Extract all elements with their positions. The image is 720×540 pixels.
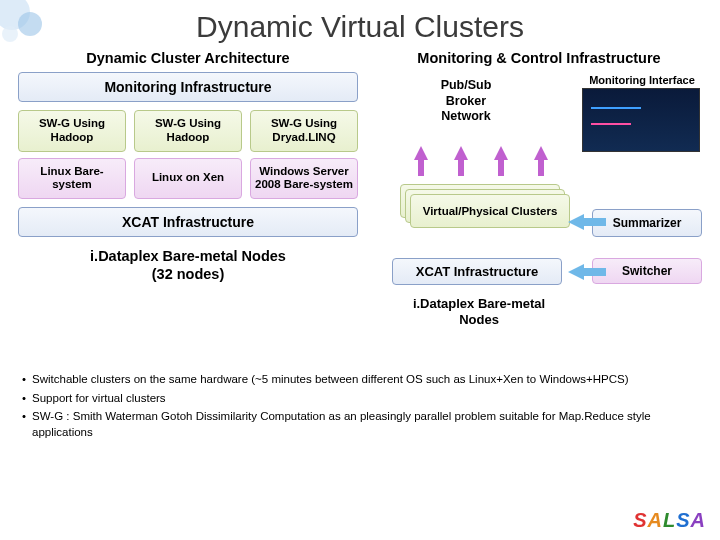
bullet-icon: • xyxy=(22,372,26,388)
monitoring-infrastructure-box: Monitoring Infrastructure xyxy=(18,72,358,102)
monitoring-interface: Monitoring Interface xyxy=(582,74,702,152)
pubsub-l1: Pub/Sub xyxy=(416,78,516,94)
pubsub-label: Pub/Sub Broker Network xyxy=(416,78,516,125)
corner-decoration xyxy=(0,0,60,60)
clusters-label: Virtual/Physical Clusters xyxy=(410,194,570,228)
bare-left-line2: (32 nodes) xyxy=(18,265,358,283)
os-box-1: Linux on Xen xyxy=(134,158,242,200)
arrow-up-icon xyxy=(414,146,428,160)
arrow-up-icon xyxy=(454,146,468,160)
arrow-up-icon xyxy=(534,146,548,160)
summarizer-box: Summarizer xyxy=(592,209,702,237)
clusters-stack: Virtual/Physical Clusters xyxy=(400,184,560,226)
left-heading: Dynamic Cluster Architecture xyxy=(18,50,358,66)
bare-metal-right: i.Dataplex Bare-metal Nodes xyxy=(404,296,554,329)
right-column: Monitoring & Control Infrastructure Pub/… xyxy=(376,48,702,364)
xcat-right-box: XCAT Infrastructure xyxy=(392,258,562,285)
bullet-icon: • xyxy=(22,391,26,407)
bullet-2: SW-G : Smith Waterman Gotoh Dissimilarit… xyxy=(32,409,698,440)
swg-box-0: SW-G Using Hadoop xyxy=(18,110,126,152)
svg-point-1 xyxy=(18,12,42,36)
svg-point-2 xyxy=(2,26,18,42)
logo-char-4: A xyxy=(691,509,706,531)
xcat-left-box: XCAT Infrastructure xyxy=(18,207,358,237)
salsa-logo: SALSA xyxy=(633,509,706,532)
bullet-list: •Switchable clusters on the same hardwar… xyxy=(0,364,720,440)
pubsub-l2: Broker xyxy=(416,94,516,110)
left-column: Dynamic Cluster Architecture Monitoring … xyxy=(18,48,358,364)
monitoring-interface-label: Monitoring Interface xyxy=(582,74,702,86)
logo-char-3: S xyxy=(676,509,690,531)
swg-box-2: SW-G Using Dryad.LINQ xyxy=(250,110,358,152)
right-heading: Monitoring & Control Infrastructure xyxy=(376,50,702,66)
bullet-1: Support for virtual clusters xyxy=(32,391,166,407)
monitoring-screenshot xyxy=(582,88,700,152)
logo-char-1: A xyxy=(648,509,663,531)
bullet-0: Switchable clusters on the same hardware… xyxy=(32,372,629,388)
pubsub-l3: Network xyxy=(416,109,516,125)
arrow-left-icon xyxy=(568,264,584,280)
bullet-icon: • xyxy=(22,409,26,440)
swg-box-1: SW-G Using Hadoop xyxy=(134,110,242,152)
switcher-box: Switcher xyxy=(592,258,702,284)
logo-char-0: S xyxy=(633,509,647,531)
arrow-up-icon xyxy=(494,146,508,160)
bare-left-line1: i.Dataplex Bare-metal Nodes xyxy=(18,247,358,265)
slide-title: Dynamic Virtual Clusters xyxy=(0,0,720,48)
arrow-left-icon xyxy=(568,214,584,230)
bare-metal-left: i.Dataplex Bare-metal Nodes (32 nodes) xyxy=(18,247,358,283)
logo-char-2: L xyxy=(663,509,676,531)
os-box-2: Windows Server 2008 Bare-system xyxy=(250,158,358,200)
os-box-0: Linux Bare-system xyxy=(18,158,126,200)
